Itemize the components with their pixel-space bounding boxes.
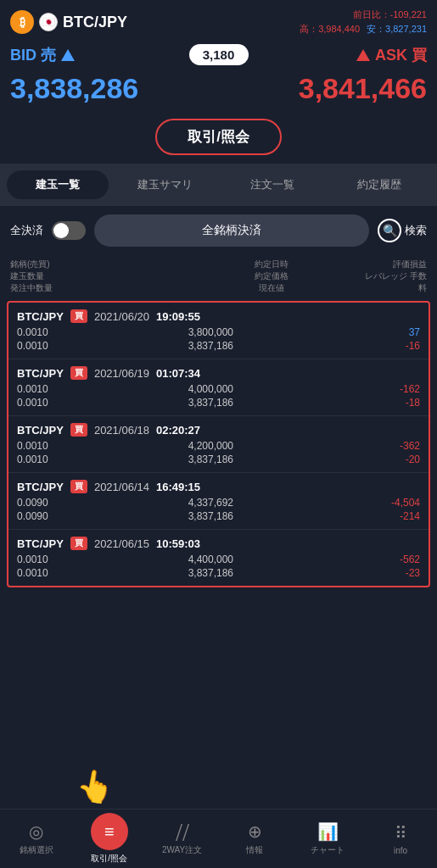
- nav-trade-label: 取引/照会: [91, 853, 127, 865]
- pos-price1: 4,200,000: [188, 440, 233, 452]
- zenketsu-label: 全決済: [10, 223, 43, 238]
- table-row[interactable]: BTC/JPY 買 2021/06/15 10:59:03 0.0010 0.0…: [8, 530, 429, 586]
- pos-pnl2: -23: [373, 567, 420, 579]
- table-row[interactable]: BTC/JPY 買 2021/06/14 16:49:15 0.0090 0.0…: [8, 473, 429, 530]
- zenketsu-toggle[interactable]: [52, 221, 86, 240]
- position-data: 0.0090 0.0090 4,337,692 3,837,186 -4,504…: [17, 497, 420, 522]
- nav-2way[interactable]: ⧸⧸ 2WAY注文: [146, 810, 219, 868]
- bid-section: BID 売: [10, 45, 189, 65]
- nav-chart[interactable]: 📊 チャート: [291, 810, 364, 868]
- bid-price: 3,838,286: [10, 72, 138, 105]
- prices-row: 3,838,286 3,841,466: [0, 69, 437, 114]
- nav-info-label: 情報: [246, 844, 263, 856]
- hand-pointer-icon: 👆: [74, 765, 118, 807]
- pos-side-badge: 買: [70, 423, 87, 437]
- pos-qty: 0.0010 0.0010: [17, 326, 48, 352]
- pos-qty: 0.0010 0.0010: [17, 383, 48, 409]
- spread-badge: 3,180: [189, 44, 249, 65]
- position-header: BTC/JPY 買 2021/06/19 01:07:34: [17, 366, 420, 380]
- tab-summary[interactable]: 建玉サマリ: [114, 170, 216, 199]
- ask-section: ASK 買: [249, 45, 428, 65]
- pos-date: 2021/06/14: [94, 481, 149, 493]
- ask-price: 3,841,466: [299, 72, 427, 105]
- pos-side-badge: 買: [70, 309, 87, 323]
- pos-prices: 4,000,000 3,837,186: [188, 383, 233, 409]
- pos-pnl: -162 -18: [373, 383, 420, 409]
- trade-nav-icon: ≡: [91, 813, 128, 850]
- table-row[interactable]: BTC/JPY 買 2021/06/18 02:20:27 0.0010 0.0…: [8, 416, 429, 473]
- 2way-icon: ⧸⧸: [176, 822, 189, 842]
- ask-label: ASK 買: [375, 45, 427, 65]
- pos-pnl: -362 -20: [373, 440, 420, 465]
- pos-date: 2021/06/19: [94, 367, 149, 380]
- pos-prices: 4,337,692 3,837,186: [188, 497, 233, 522]
- pos-price1: 4,400,000: [188, 554, 233, 565]
- pos-price2: 3,837,186: [188, 567, 233, 579]
- high-low: 高：3,984,440 安：3,827,231: [300, 23, 427, 36]
- table-row[interactable]: BTC/JPY 買 2021/06/19 01:07:34 0.0010 0.0…: [8, 359, 429, 416]
- btc-icon: ₿: [10, 10, 34, 34]
- pos-pnl: 37 -16: [373, 326, 420, 352]
- pos-qty2: 0.0010: [17, 567, 48, 579]
- pos-pnl1: 37: [373, 326, 420, 338]
- pos-pair: BTC/JPY: [17, 424, 64, 437]
- prev-diff-label: 前日比：: [353, 9, 390, 19]
- nav-more[interactable]: ⠿ info: [364, 810, 437, 868]
- position-header: BTC/JPY 買 2021/06/20 19:09:55: [17, 309, 420, 323]
- trade-button[interactable]: 取引/照会: [155, 119, 282, 155]
- pos-price2: 3,837,186: [188, 340, 233, 352]
- pos-side-badge: 買: [70, 480, 87, 493]
- col-header-mid: 約定日時 約定価格 現在値: [185, 259, 360, 294]
- pos-qty2: 0.0090: [17, 510, 48, 522]
- ask-arrow-icon: [356, 49, 370, 61]
- pos-qty2: 0.0010: [17, 397, 48, 409]
- position-data: 0.0010 0.0010 4,000,000 3,837,186 -162 -…: [17, 383, 420, 409]
- pos-pnl1: -4,504: [373, 497, 420, 509]
- pos-pnl1: -162: [373, 383, 420, 395]
- pos-prices: 4,400,000 3,837,186: [188, 554, 233, 579]
- nav-2way-label: 2WAY注文: [162, 844, 202, 856]
- pos-pnl1: -562: [373, 554, 420, 565]
- header: ₿ 🇯🇵 BTC/JPY 前日比：-109,221 高：3,984,440 安：…: [0, 0, 437, 41]
- table-row[interactable]: BTC/JPY 買 2021/06/20 19:09:55 0.0010 0.0…: [8, 303, 429, 359]
- info-icon: ⊕: [248, 821, 262, 842]
- bid-ask-bar: BID 売 3,180 ASK 買: [0, 41, 437, 69]
- all-settle-button[interactable]: 全銘柄決済: [94, 214, 369, 247]
- pos-price2: 3,837,186: [188, 397, 233, 409]
- low-value: 安：3,827,231: [367, 23, 427, 36]
- pos-pnl2: -18: [373, 397, 420, 409]
- pos-qty2: 0.0010: [17, 340, 48, 352]
- pos-pair: BTC/JPY: [17, 310, 64, 323]
- tab-orders[interactable]: 注文一覧: [221, 170, 323, 199]
- chart-icon: 📊: [317, 821, 339, 842]
- tab-bar: 建玉一覧 建玉サマリ 注文一覧 約定履歴: [0, 164, 437, 206]
- pos-pair: BTC/JPY: [17, 367, 64, 380]
- nav-symbol-select[interactable]: ◎ 銘柄選択: [0, 810, 73, 868]
- pos-qty2: 0.0010: [17, 453, 48, 465]
- more-icon: ⠿: [395, 823, 407, 843]
- pos-pnl2: -214: [373, 510, 420, 522]
- jp-flag-icon: 🇯🇵: [39, 13, 58, 31]
- pos-time: 10:59:03: [156, 537, 200, 550]
- pos-qty: 0.0090 0.0090: [17, 497, 48, 522]
- pos-qty1: 0.0010: [17, 554, 48, 565]
- nav-more-label: info: [394, 846, 407, 855]
- tab-history[interactable]: 約定履歴: [328, 170, 430, 199]
- search-icon: 🔍: [378, 219, 401, 242]
- pos-pnl: -4,504 -214: [373, 497, 420, 522]
- pos-qty1: 0.0010: [17, 440, 48, 452]
- position-data: 0.0010 0.0010 4,400,000 3,837,186 -562 -…: [17, 554, 420, 579]
- tab-positions[interactable]: 建玉一覧: [7, 170, 109, 199]
- pos-qty1: 0.0010: [17, 326, 48, 338]
- trade-btn-container: 取引/照会: [0, 114, 437, 164]
- search-button[interactable]: 🔍 検索: [378, 219, 427, 242]
- nav-trade[interactable]: ≡ 取引/照会: [73, 810, 146, 868]
- pos-pnl2: -20: [373, 453, 420, 465]
- search-label: 検索: [405, 223, 427, 238]
- nav-info[interactable]: ⊕ 情報: [218, 810, 291, 868]
- controls-row: 全決済 全銘柄決済 🔍 検索: [0, 206, 437, 255]
- position-data: 0.0010 0.0010 3,800,000 3,837,186 37 -16: [17, 326, 420, 352]
- pos-time: 16:49:15: [156, 481, 200, 493]
- pos-price1: 3,800,000: [188, 326, 233, 338]
- toggle-knob: [53, 223, 69, 238]
